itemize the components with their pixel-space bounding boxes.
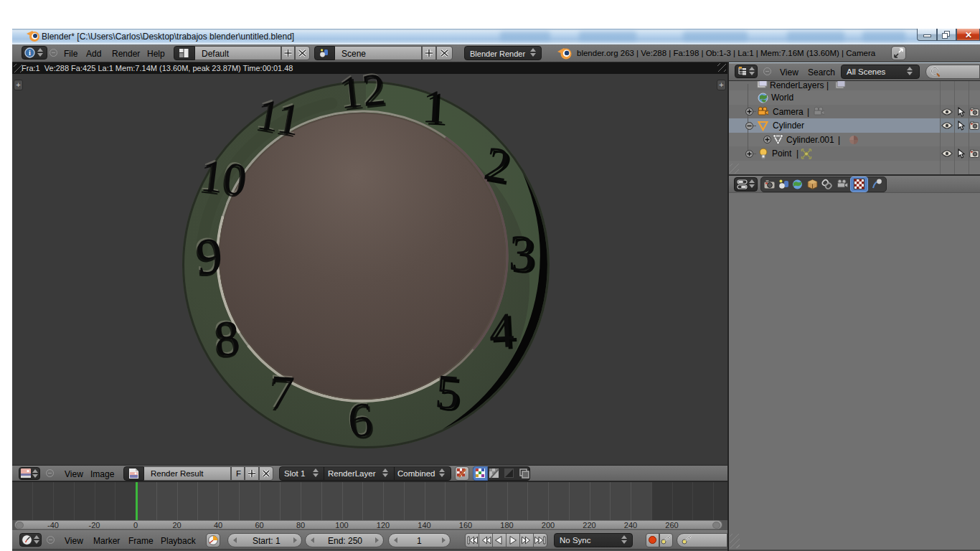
svg-text:i: i <box>29 49 31 57</box>
